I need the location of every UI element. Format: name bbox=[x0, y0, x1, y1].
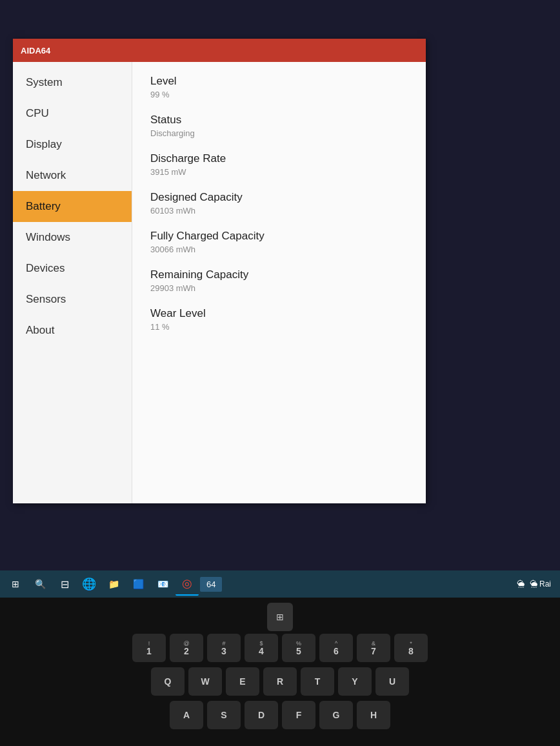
battery-status-label: Status bbox=[150, 114, 408, 126]
chrome-icon: ◎ bbox=[182, 576, 192, 590]
edge-icon: 🌐 bbox=[82, 577, 96, 591]
key-4[interactable]: $4 bbox=[245, 634, 278, 662]
key-2[interactable]: @2 bbox=[170, 634, 203, 662]
sidebar-item-about[interactable]: About bbox=[13, 315, 132, 346]
battery-full-capacity-value: 30066 mWh bbox=[150, 245, 408, 254]
store-button[interactable]: 🟦 bbox=[126, 572, 150, 596]
battery-discharge-rate-item: Discharge Rate 3915 mW bbox=[150, 152, 408, 177]
sidebar: System CPU Display Network Battery Windo… bbox=[13, 62, 132, 503]
aida64-taskbar-button[interactable]: 64 bbox=[200, 577, 222, 592]
sidebar-item-battery[interactable]: Battery bbox=[13, 191, 132, 222]
key-6[interactable]: ^6 bbox=[319, 634, 353, 662]
battery-wear-level-item: Wear Level 11 % bbox=[150, 307, 408, 332]
key-3[interactable]: #3 bbox=[207, 634, 241, 662]
app-window: AIDA64 System CPU Display Network Batter… bbox=[13, 39, 426, 503]
key-e[interactable]: E bbox=[226, 667, 259, 696]
key-d[interactable]: D bbox=[245, 701, 278, 729]
store-icon: 🟦 bbox=[133, 579, 144, 589]
app-body: System CPU Display Network Battery Windo… bbox=[13, 62, 426, 503]
battery-designed-capacity-value: 60103 mWh bbox=[150, 206, 408, 216]
battery-full-capacity-label: Fully Charged Capacity bbox=[150, 230, 408, 243]
search-icon: 🔍 bbox=[35, 579, 46, 589]
battery-level-label: Level bbox=[150, 75, 408, 88]
battery-status-value: Discharging bbox=[150, 128, 408, 138]
key-5[interactable]: %5 bbox=[282, 634, 315, 662]
keyboard-row-qwerty: Q W E R T Y U bbox=[0, 665, 560, 698]
windows-key[interactable]: ⊞ bbox=[267, 603, 293, 631]
battery-wear-level-value: 11 % bbox=[150, 322, 408, 332]
key-s[interactable]: S bbox=[207, 701, 241, 729]
battery-remaining-capacity-value: 29903 mWh bbox=[150, 283, 408, 293]
taskview-button[interactable]: ⊟ bbox=[53, 572, 76, 596]
keyboard-area: ⊞ !1 @2 #3 $4 %5 ^6 &7 *8 Q W E R T Y U … bbox=[0, 598, 560, 746]
explorer-icon: 📁 bbox=[108, 579, 119, 589]
keyboard-row-numbers: !1 @2 #3 $4 %5 ^6 &7 *8 bbox=[0, 631, 560, 665]
taskview-icon: ⊟ bbox=[61, 578, 69, 590]
title-bar: AIDA64 bbox=[13, 39, 426, 62]
search-button[interactable]: 🔍 bbox=[28, 572, 52, 596]
edge-button[interactable]: 🌐 bbox=[77, 572, 101, 596]
weather-text: 🌦 Rai bbox=[530, 580, 551, 589]
key-t[interactable]: T bbox=[301, 667, 334, 696]
taskbar-right: 🌦 🌦 Rai bbox=[517, 580, 556, 589]
taskbar: ⊞ 🔍 ⊟ 🌐 📁 🟦 📧 ◎ 64 🌦 🌦 Rai bbox=[0, 570, 560, 598]
sidebar-item-system[interactable]: System bbox=[13, 67, 132, 98]
key-h[interactable]: H bbox=[357, 701, 390, 729]
key-g[interactable]: G bbox=[319, 701, 353, 729]
main-content: Level 99 % Status Discharging Discharge … bbox=[132, 62, 426, 503]
key-y[interactable]: Y bbox=[338, 667, 372, 696]
key-7[interactable]: &7 bbox=[357, 634, 390, 662]
key-1[interactable]: !1 bbox=[132, 634, 166, 662]
battery-remaining-capacity-label: Remaining Capacity bbox=[150, 268, 408, 281]
key-8[interactable]: *8 bbox=[394, 634, 428, 662]
battery-full-capacity-item: Fully Charged Capacity 30066 mWh bbox=[150, 230, 408, 254]
key-q[interactable]: Q bbox=[151, 667, 185, 696]
battery-designed-capacity-item: Designed Capacity 60103 mWh bbox=[150, 191, 408, 216]
key-a[interactable]: A bbox=[170, 701, 203, 729]
app-title: AIDA64 bbox=[21, 46, 50, 55]
mail-taskbar-button[interactable]: 📧 bbox=[151, 572, 174, 596]
sidebar-item-windows[interactable]: Windows bbox=[13, 222, 132, 253]
sidebar-item-cpu[interactable]: CPU bbox=[13, 98, 132, 129]
battery-remaining-capacity-item: Remaining Capacity 29903 mWh bbox=[150, 268, 408, 293]
sidebar-item-devices[interactable]: Devices bbox=[13, 253, 132, 284]
battery-discharge-rate-value: 3915 mW bbox=[150, 167, 408, 177]
key-r[interactable]: R bbox=[263, 667, 297, 696]
battery-wear-level-label: Wear Level bbox=[150, 307, 408, 320]
start-button[interactable]: ⊞ bbox=[4, 572, 27, 596]
mail-taskbar-icon: 📧 bbox=[157, 579, 168, 589]
keyboard-row-asdf: A S D F G H bbox=[0, 698, 560, 732]
windows-icon: ⊞ bbox=[12, 579, 19, 589]
key-f[interactable]: F bbox=[282, 701, 315, 729]
key-w[interactable]: W bbox=[188, 667, 222, 696]
explorer-button[interactable]: 📁 bbox=[102, 572, 125, 596]
sidebar-item-display[interactable]: Display bbox=[13, 129, 132, 160]
weather-icon: 🌦 bbox=[517, 580, 525, 589]
battery-level-item: Level 99 % bbox=[150, 75, 408, 99]
battery-discharge-rate-label: Discharge Rate bbox=[150, 152, 408, 165]
battery-status-item: Status Discharging bbox=[150, 114, 408, 138]
win-key-icon: ⊞ bbox=[276, 612, 284, 622]
sidebar-item-sensors[interactable]: Sensors bbox=[13, 284, 132, 315]
sidebar-item-network[interactable]: Network bbox=[13, 160, 132, 191]
chrome-button[interactable]: ◎ bbox=[175, 572, 199, 596]
battery-level-value: 99 % bbox=[150, 90, 408, 99]
key-u[interactable]: U bbox=[375, 667, 409, 696]
battery-designed-capacity-label: Designed Capacity bbox=[150, 191, 408, 204]
